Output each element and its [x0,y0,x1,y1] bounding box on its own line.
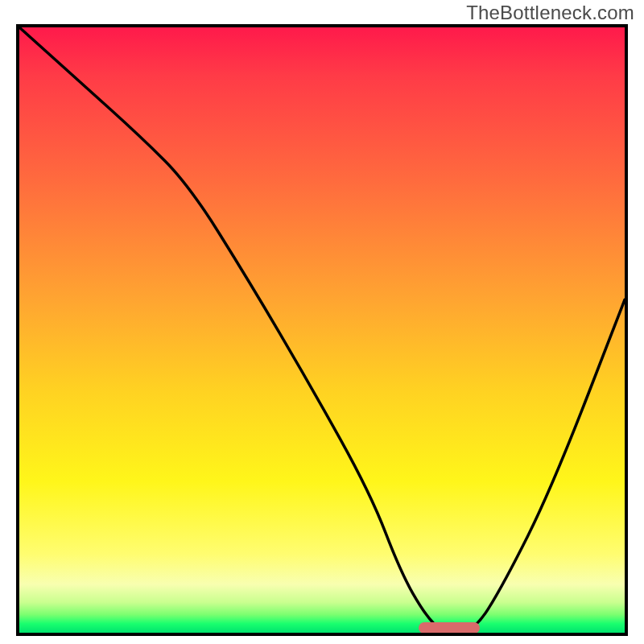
plot-frame [16,24,628,636]
bottleneck-curve [19,27,625,633]
watermark-label: TheBottleneck.com [466,2,634,24]
chart-container: TheBottleneck.com [0,0,644,644]
optimum-marker [419,622,479,634]
